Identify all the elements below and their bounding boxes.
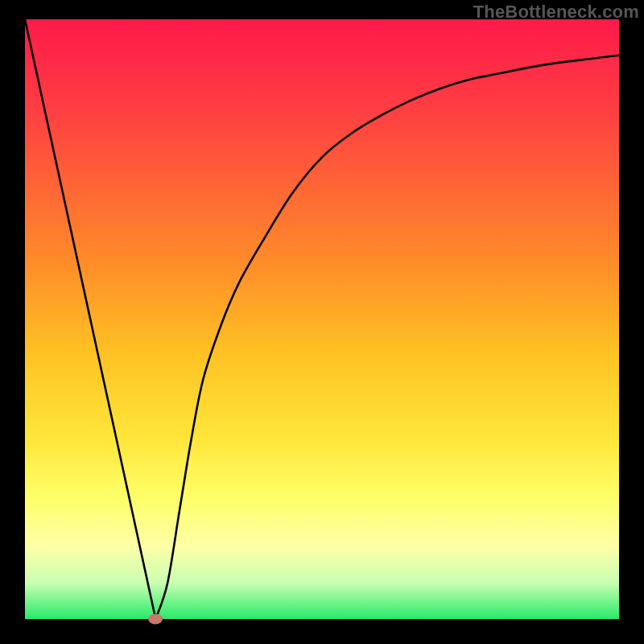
chart-frame: TheBottleneck.com <box>0 0 644 644</box>
plot-area <box>25 19 619 619</box>
watermark-label: TheBottleneck.com <box>473 2 639 23</box>
bottleneck-curve <box>25 19 619 619</box>
minimum-marker <box>148 614 163 625</box>
